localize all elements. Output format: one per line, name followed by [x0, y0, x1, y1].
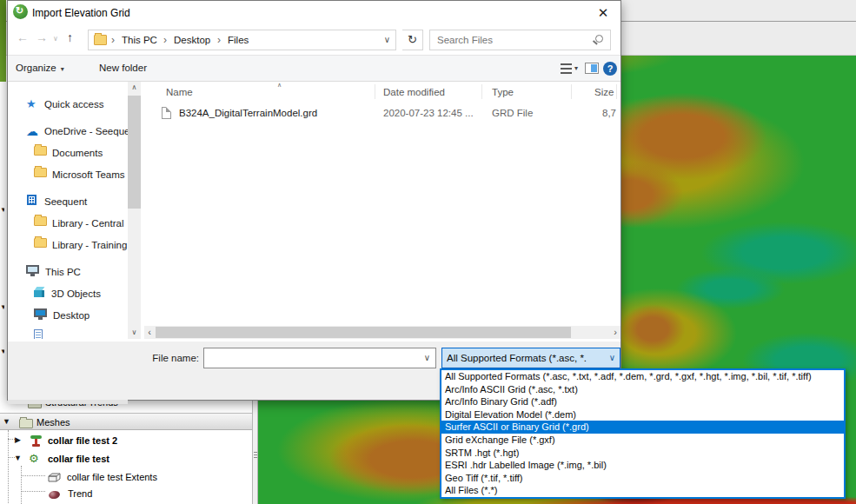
sidebar-item-documents[interactable]: Documents	[34, 146, 47, 162]
tree-label: Meshes	[36, 417, 70, 428]
dropdown-item-srtm[interactable]: SRTM .hgt (*.hgt)	[441, 447, 844, 460]
recent-locations-icon[interactable]: ∨	[53, 35, 58, 43]
search-box	[429, 30, 611, 50]
tree-label: Trend	[68, 488, 92, 499]
file-date-modified: 2020-07-23 12:45 ...	[383, 108, 474, 118]
sidebar-item-3d-objects[interactable]: 3D Objects	[34, 287, 44, 303]
expander-closed-icon[interactable]: ▶	[15, 435, 21, 444]
sidebar-item-this-pc[interactable]: This PC	[26, 265, 39, 282]
sidebar-item-onedrive[interactable]: ☁ OneDrive - Seequent	[26, 124, 38, 141]
file-type-dropdown-list: All Supported Formats (*.asc, *.txt, *.a…	[440, 368, 846, 499]
dropdown-item-arcinfo-binary[interactable]: Arc/Info Binary Grid (*.adf)	[441, 395, 844, 408]
expander-open-icon[interactable]: ▼	[14, 454, 22, 462]
scroll-down-icon[interactable]: ∨	[128, 327, 141, 339]
view-mode-icon[interactable]	[561, 63, 572, 74]
sidebar-item-library-training[interactable]: Library - Training	[34, 238, 47, 255]
splitter-grip-icon	[254, 452, 257, 458]
folder-icon	[34, 238, 47, 248]
breadcrumb-desktop[interactable]: Desktop	[174, 35, 210, 45]
cube-icon	[34, 287, 44, 297]
horizontal-scrollbar[interactable]: ‹ ›	[144, 326, 620, 339]
expander-open-icon[interactable]: ▼	[3, 417, 10, 426]
up-icon[interactable]: ↑	[67, 30, 73, 44]
tree-label: collar file test 2	[48, 435, 117, 446]
file-name-input[interactable]	[208, 351, 416, 365]
app-icon	[13, 4, 28, 19]
breadcrumb[interactable]: › This PC › Desktop › Files ∨	[88, 30, 396, 50]
address-dropdown-icon[interactable]: ∨	[384, 35, 390, 44]
chevron-down-icon[interactable]: ∨	[424, 353, 430, 362]
crumb-separator-icon: ›	[111, 34, 115, 46]
star-icon: ★	[26, 97, 36, 110]
computer-icon	[26, 265, 39, 274]
mesh-surface-icon	[30, 434, 43, 447]
sidebar-item-desktop[interactable]: Desktop	[34, 308, 47, 325]
file-name: B324A_DigitalTerrainModel.grd	[179, 108, 317, 118]
file-row[interactable]: B324A_DigitalTerrainModel.grd 2020-07-23…	[144, 105, 620, 123]
hidden-expander-icon: ▼	[0, 304, 4, 311]
search-input[interactable]	[437, 33, 585, 47]
document-icon	[34, 329, 43, 339]
tree-row-meshes[interactable]: ▼ Meshes	[0, 413, 252, 430]
forward-icon[interactable]: →	[36, 30, 48, 44]
crumb-separator-icon: ›	[217, 34, 221, 46]
dropdown-item-esri-hdr[interactable]: ESRI .hdr Labelled Image (*.img, *.bil)	[441, 459, 844, 472]
view-caret-icon[interactable]: ▾	[574, 64, 578, 72]
back-icon[interactable]: ←	[17, 30, 29, 44]
tree-row-collar-file-test-2[interactable]: ▶ collar file test 2	[0, 432, 252, 449]
breadcrumb-this-pc[interactable]: This PC	[122, 35, 157, 45]
file-size: 8,7	[602, 108, 620, 118]
scroll-up-icon[interactable]: ∧	[128, 82, 141, 94]
crumb-separator-icon: ›	[163, 34, 167, 46]
hidden-expander-icon: ▼	[0, 348, 4, 355]
dialog-titlebar: Import Elevation Grid ✕	[8, 1, 620, 25]
sidebar-item-documents-pc[interactable]: Documents	[34, 329, 43, 339]
close-icon[interactable]: ✕	[594, 4, 612, 22]
file-name-label: File name:	[95, 353, 199, 363]
dropdown-item-all-supported[interactable]: All Supported Formats (*.asc, *.txt, *.a…	[441, 370, 844, 383]
sidebar-item-library-central[interactable]: Library - Central	[34, 216, 47, 233]
help-icon[interactable]: ?	[603, 62, 617, 76]
new-folder-button[interactable]: New folder	[99, 63, 147, 73]
tree-row-collar-file-test[interactable]: ▼ ⚙ collar file test	[0, 450, 252, 468]
search-icon[interactable]	[595, 35, 603, 43]
column-header-type[interactable]: Type	[492, 87, 514, 97]
preview-pane-icon[interactable]	[585, 63, 599, 74]
file-type-value: All Supported Formats (*.asc, *.	[447, 353, 601, 363]
dropdown-item-arcinfo-ascii[interactable]: Arc/Info ASCII Grid (*.asc, *.txt)	[441, 383, 844, 396]
caret-down-icon: ▾	[61, 65, 64, 73]
dropdown-item-gxf[interactable]: Grid eXchange File (*.gxf)	[441, 434, 844, 447]
organize-button[interactable]: Organize▾	[16, 63, 64, 73]
file-name-combo: ∨	[203, 348, 436, 368]
file-type: GRD File	[492, 108, 533, 118]
column-header-name[interactable]: Name	[166, 87, 193, 97]
folder-icon	[19, 419, 33, 428]
dropdown-item-dem[interactable]: Digital Elevation Model (*.dem)	[441, 408, 844, 421]
building-icon	[27, 195, 36, 205]
column-header-date-modified[interactable]: Date modified	[383, 87, 445, 97]
folder-icon	[94, 35, 107, 45]
sidebar-item-seequent[interactable]: Seequent	[27, 195, 36, 211]
screen: Structural Trends ▼ Meshes ▶ collar file…	[0, 0, 856, 504]
scroll-left-icon[interactable]: ‹	[144, 326, 155, 339]
bg-left-edge	[0, 0, 6, 82]
tree-row-collar-file-test-extents[interactable]: collar file test Extents	[0, 468, 252, 486]
folder-icon	[34, 146, 47, 156]
dropdown-item-geotiff[interactable]: Geo Tiff (*.tif, *.tiff)	[441, 472, 844, 485]
dropdown-item-surfer-grid[interactable]: Surfer ASCII or Binary Grid (*.grd)	[441, 421, 844, 434]
sidebar-item-quick-access[interactable]: ★ Quick access	[26, 97, 36, 114]
file-type-dropdown-button[interactable]: All Supported Formats (*.asc, *. ∨	[441, 348, 620, 368]
dialog-content: ★ Quick access ☁ OneDrive - Seequent Doc…	[8, 82, 620, 342]
sidebar-item-microsoft-teams[interactable]: Microsoft Teams	[34, 168, 47, 184]
scroll-right-icon[interactable]: ›	[610, 326, 620, 339]
tree-row-trend[interactable]: Trend	[0, 485, 252, 502]
column-header-size[interactable]: Size	[594, 87, 614, 97]
scrollbar-thumb[interactable]	[156, 327, 571, 338]
extents-box-icon	[48, 473, 61, 484]
dropdown-item-all-files[interactable]: All Files (*.*)	[441, 484, 844, 497]
gear-icon: ⚙	[29, 452, 39, 465]
sidebar-scrollbar[interactable]: ∧ ∨	[128, 82, 141, 339]
breadcrumb-files[interactable]: Files	[228, 35, 249, 45]
refresh-icon[interactable]: ↻	[402, 30, 423, 50]
scrollbar-thumb[interactable]	[128, 96, 141, 209]
